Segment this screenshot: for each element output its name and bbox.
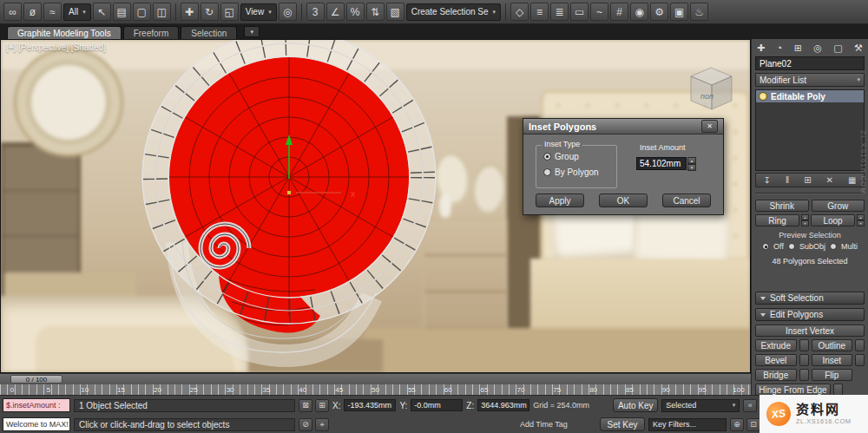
ribbon-toggle-icon[interactable]: ▭ (570, 3, 589, 21)
ring-button[interactable]: Ring (755, 214, 799, 226)
select-and-scale-icon[interactable]: ◱ (220, 3, 239, 21)
modifier-visibility-icon[interactable] (759, 92, 767, 101)
utilities-tab-icon[interactable]: ⚒ (854, 43, 863, 54)
bevel-button[interactable]: Bevel (755, 354, 797, 366)
select-and-link-icon[interactable]: ∞ (3, 3, 22, 21)
inset-amount-spinner[interactable]: ▴ ▾ (687, 157, 696, 170)
tab-graphite-modeling-tools[interactable]: Graphite Modeling Tools (7, 26, 122, 39)
extrude-button[interactable]: Extrude (755, 339, 797, 351)
outline-button[interactable]: Outline (812, 339, 853, 351)
spinner-down-icon[interactable]: ▾ (687, 164, 696, 171)
ring-spinner[interactable]: ▴ ▾ (801, 214, 809, 226)
spinner-up-icon[interactable]: ▴ (687, 157, 696, 164)
show-end-result-icon[interactable]: ‖ (786, 175, 789, 185)
spinner-down-icon[interactable]: ▾ (857, 220, 865, 226)
inset-amount-field[interactable]: 54.102mm (636, 157, 687, 170)
select-by-name-icon[interactable]: ▤ (113, 3, 131, 21)
set-key-button[interactable]: Set Key (600, 417, 645, 431)
configure-modifier-sets-icon[interactable]: ▦ (848, 175, 856, 185)
dialog-title-bar[interactable]: Inset Polygons ✕ (523, 119, 723, 134)
close-icon[interactable]: ✕ (701, 120, 718, 133)
bridge-settings-button[interactable] (799, 369, 809, 381)
outline-settings-button[interactable] (855, 339, 865, 351)
object-name-field[interactable]: Plane02 (755, 56, 865, 70)
unlink-selection-icon[interactable]: ø (23, 3, 42, 21)
mirror-icon[interactable]: ◇ (510, 3, 529, 21)
time-slider-handle[interactable]: 0 / 100 (10, 375, 62, 384)
edit-polygons-rollout[interactable]: Edit Polygons (755, 308, 865, 321)
cancel-button[interactable]: Cancel (662, 194, 711, 207)
ribbon-minimize-icon[interactable]: ▾ (244, 26, 260, 37)
align-icon[interactable]: ≡ (530, 3, 549, 21)
selection-filter-dropdown[interactable]: All▾ (63, 3, 91, 21)
render-production-icon[interactable]: ♨ (690, 3, 708, 21)
hinge-from-edge-settings-button[interactable] (833, 384, 843, 396)
spinner-down-icon[interactable]: ▾ (801, 220, 809, 226)
reference-coordinate-dropdown[interactable]: View▾ (240, 3, 277, 21)
selection-lock-icon[interactable]: ⊠ (299, 399, 312, 412)
remove-modifier-icon[interactable]: ✕ (826, 175, 833, 185)
isolate-selection-icon[interactable]: ⊘ (299, 418, 312, 431)
loop-spinner[interactable]: ▴ ▾ (857, 214, 865, 226)
extrude-settings-button[interactable] (799, 339, 809, 351)
preview-multi-radio[interactable] (830, 243, 837, 250)
maxscript-mini-listener-output[interactable]: Welcome to MAX! (3, 417, 70, 431)
grow-button[interactable]: Grow (812, 200, 865, 212)
display-tab-icon[interactable]: ▢ (833, 43, 842, 54)
angle-snap-icon[interactable]: ∠ (326, 3, 345, 21)
inset-button[interactable]: Inset (812, 354, 853, 366)
bind-to-spacewarp-icon[interactable]: ≈ (43, 3, 62, 21)
flip-button[interactable]: Flip (812, 369, 853, 381)
auto-key-button[interactable]: Auto Key (613, 398, 658, 412)
schematic-view-icon[interactable]: # (610, 3, 628, 21)
absolute-mode-icon[interactable]: ⊞ (315, 399, 329, 412)
select-and-move-icon[interactable]: ✚ (181, 3, 199, 21)
curve-editor-icon[interactable]: ~ (590, 3, 608, 21)
preview-subobj-radio[interactable] (788, 243, 795, 250)
insert-vertex-button[interactable]: Insert Vertex (755, 325, 865, 337)
zoom-extents-icon[interactable]: ⊡ (746, 418, 760, 431)
offset-mode-icon[interactable]: ⌖ (315, 418, 329, 431)
material-editor-icon[interactable]: ◉ (630, 3, 648, 21)
rendered-frame-icon[interactable]: ▣ (670, 3, 688, 21)
motion-tab-icon[interactable]: ◎ (813, 43, 822, 54)
key-filters-button[interactable]: Key Filters... (648, 418, 727, 431)
modifier-list-dropdown[interactable]: Modifier List ▾ (755, 73, 865, 87)
tab-freeform[interactable]: Freeform (123, 26, 180, 39)
make-unique-icon[interactable]: ⊞ (804, 175, 811, 185)
spinner-up-icon[interactable]: ▴ (857, 214, 865, 220)
hierarchy-tab-icon[interactable]: ⊞ (794, 43, 802, 54)
select-object-icon[interactable]: ↖ (93, 3, 111, 21)
create-tab-icon[interactable]: ✚ (757, 43, 765, 54)
tab-selection[interactable]: Selection (181, 26, 237, 39)
window-crossing-icon[interactable]: ◫ (153, 3, 171, 21)
pin-stack-icon[interactable]: ↧ (764, 175, 771, 185)
modify-tab-icon[interactable]: ◔ (777, 43, 783, 53)
snaps-toggle-icon[interactable]: 3 (306, 3, 325, 21)
inset-settings-button[interactable] (855, 354, 865, 366)
render-setup-icon[interactable]: ⚙ (650, 3, 668, 21)
edit-named-sets-icon[interactable]: ▧ (386, 3, 404, 21)
spinner-up-icon[interactable]: ▴ (801, 214, 809, 220)
named-selection-sets-dropdown[interactable]: Create Selection Se▾ (406, 3, 501, 21)
ok-button[interactable]: OK (599, 194, 648, 207)
use-pivot-center-icon[interactable]: ◎ (279, 3, 297, 21)
modifier-stack-item-editable-poly[interactable]: Editable Poly (756, 90, 864, 102)
add-time-tag[interactable]: Add Time Tag (520, 420, 596, 429)
spinner-snap-icon[interactable]: ⇅ (366, 3, 385, 21)
by-polygon-radio[interactable] (543, 168, 551, 176)
hinge-from-edge-button[interactable]: Hinge From Edge (755, 384, 831, 396)
go-to-start-icon[interactable]: « (743, 399, 757, 412)
group-radio[interactable] (543, 153, 551, 161)
layer-manager-icon[interactable]: ≣ (550, 3, 569, 21)
viewport-label[interactable]: [+] [Perspective] [Shaded] (6, 43, 106, 52)
x-coordinate-field[interactable]: -193.435mm (344, 399, 396, 411)
selection-set-key-dropdown[interactable]: Selected ▾ (661, 399, 740, 412)
z-coordinate-field[interactable]: 3644.963mm (477, 399, 529, 411)
shrink-button[interactable]: Shrink (755, 200, 809, 212)
select-and-rotate-icon[interactable]: ↻ (201, 3, 219, 21)
percent-snap-icon[interactable]: % (346, 3, 365, 21)
apply-button[interactable]: Apply (536, 194, 584, 207)
y-coordinate-field[interactable]: -0.0mm (411, 399, 463, 411)
bridge-button[interactable]: Bridge (755, 369, 797, 381)
